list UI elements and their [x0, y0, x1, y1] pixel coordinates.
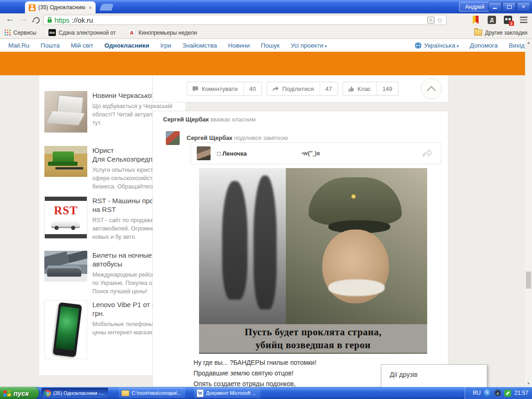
bookmark-services[interactable]: Сервисы	[5, 30, 36, 36]
portal-link-myworld[interactable]: Мій світ	[71, 42, 93, 49]
portal-link-projects[interactable]: Усі проекти▾	[291, 42, 327, 49]
liker-action: вважає класним	[211, 116, 256, 123]
scroll-to-top-button[interactable]	[421, 78, 442, 99]
bookmark-label: Сервисы	[13, 30, 36, 36]
scrollbar-down-icon[interactable]: ▼	[525, 381, 532, 386]
bookmark-star-icon[interactable]: ☆	[437, 17, 443, 24]
image-caption: Пусть будет проклята страна, убийц возве…	[199, 324, 427, 353]
note-author-name[interactable]: □ Леночка	[217, 150, 247, 157]
post-image[interactable]: Пусть будет проклята страна, убийц возве…	[199, 168, 427, 354]
taskbar-item-word[interactable]: W Документ Microsoft ...	[194, 388, 260, 398]
comment-icon	[192, 86, 199, 92]
task-label: (35) Однокласники -...	[53, 390, 105, 396]
taskbar-item-chrome[interactable]: (35) Однокласники -...	[42, 388, 108, 398]
reload-button-icon[interactable]	[32, 16, 41, 25]
tab-title: (35) Однокласники	[38, 4, 85, 11]
extension-d-icon[interactable]: Д	[488, 16, 496, 24]
start-button[interactable]: пуск	[0, 387, 39, 399]
language-label: Українська	[424, 42, 455, 49]
globe-icon	[415, 42, 422, 49]
word-icon: W	[197, 389, 204, 397]
bookmarks-bar: Сервисы dou Сдача электронной от А Киноп…	[0, 27, 532, 39]
minimize-button[interactable]	[488, 2, 502, 12]
popup-title: Дії друзів	[390, 371, 417, 378]
chevron-down-icon: ▾	[325, 44, 327, 48]
back-button-icon[interactable]: ←	[6, 14, 14, 24]
close-icon: ×	[522, 4, 526, 10]
portal-link-mailru[interactable]: Mail.Ru	[8, 42, 30, 49]
new-tab-button[interactable]	[100, 4, 114, 11]
rst-logo-text: RST	[45, 204, 87, 217]
dou-icon: dou	[48, 29, 56, 36]
hide-icons-chevron[interactable]: ‹	[484, 389, 491, 397]
other-bookmarks-button[interactable]: Другие закладки	[474, 30, 527, 36]
taskbar-item-folder[interactable]: C:\політика\сепари\...	[119, 388, 185, 398]
taskbar: пуск (35) Однокласники -... C:\політика\…	[0, 387, 532, 399]
other-bookmarks-label: Другие закладки	[485, 30, 527, 36]
help-link[interactable]: Допомога	[470, 42, 498, 49]
klass-button[interactable]: Клас 149	[343, 82, 399, 96]
clock[interactable]: 21:57	[514, 390, 528, 396]
translate-icon[interactable]: A	[427, 17, 435, 24]
author-name[interactable]: Сергей Щербак	[187, 134, 232, 141]
maximize-button[interactable]	[502, 2, 516, 12]
chevron-up-icon	[427, 86, 436, 95]
liker-name[interactable]: Сергей Щербак	[163, 116, 209, 123]
minimize-icon	[493, 8, 497, 9]
forward-button-icon[interactable]: →	[19, 14, 28, 24]
share-label: Поділитися	[282, 85, 314, 92]
note-author-avatar[interactable]	[197, 146, 211, 160]
share-button[interactable]: Поділитися 47	[266, 82, 338, 96]
task-label: Документ Microsoft ...	[206, 390, 256, 396]
bookmark-dou[interactable]: dou Сдача электронной от	[48, 29, 116, 36]
tab-close-icon[interactable]: ×	[88, 5, 92, 11]
reshare-arrow-icon[interactable]	[422, 149, 433, 158]
https-lock-icon	[47, 17, 52, 23]
address-bar[interactable]: https ://ok.ru A ☆	[43, 15, 447, 25]
portal-link-mail[interactable]: Пошта	[41, 42, 60, 49]
language-selector[interactable]: Українська▾	[415, 42, 459, 49]
browser-tab[interactable]: (35) Однокласники ×	[25, 1, 96, 13]
tray-pen-icon[interactable]	[504, 390, 511, 397]
chrome-profile-button[interactable]: Андрей	[459, 2, 490, 12]
extension-badge: 2	[509, 21, 514, 26]
author-avatar[interactable]	[166, 131, 180, 145]
reshared-note-card: □ Леночка -ᴡ(''¸)ɞ	[191, 142, 441, 164]
logout-link[interactable]: Вихід	[509, 42, 525, 49]
klass-label: Клас	[357, 85, 371, 92]
extension-eyes-icon[interactable]: 2	[504, 16, 512, 24]
portal-link-dating[interactable]: Знайомства	[182, 42, 217, 49]
tray-e-icon[interactable]: e	[495, 390, 501, 396]
page-scrollbar[interactable]: ▲ ▼	[525, 39, 532, 387]
apps-grid-icon	[5, 30, 11, 36]
chrome-menu-icon[interactable]	[520, 16, 528, 24]
ad-image	[44, 300, 87, 359]
title-bar: (35) Однокласники × Андрей ×	[0, 0, 532, 13]
scrollbar-thumb[interactable]	[526, 272, 531, 289]
url-scheme: https	[54, 16, 70, 24]
folder-icon	[121, 390, 129, 396]
bookmark-movies[interactable]: А Кинопремьеры недели	[128, 29, 197, 36]
portal-link-games[interactable]: Ігри	[160, 42, 171, 49]
ad-image	[44, 91, 87, 133]
letter-a-icon: А	[128, 29, 136, 36]
portal-link-odnoklassniki[interactable]: Однокласники	[104, 42, 149, 49]
ok-header: одноклассники 99+ Повідомлення 35 Обгово…	[0, 52, 532, 75]
extension-flag-icon[interactable]	[472, 16, 480, 24]
page-content: Новини Черкаської області Що відбуваєтьс…	[0, 75, 532, 387]
close-button[interactable]: ×	[517, 2, 530, 12]
previous-post-card: Коментувати 40 Поділитися 47 Клас 149	[152, 75, 448, 103]
comment-button[interactable]: Коментувати 40	[187, 82, 262, 96]
ok-favicon-icon	[29, 4, 36, 11]
start-label: пуск	[13, 389, 29, 397]
task-label: C:\політика\сепари\...	[132, 390, 181, 396]
folder-icon	[474, 30, 482, 36]
thumb-up-icon	[348, 86, 354, 92]
post-card: Сергей Щербак вважає класним Сергей Щерб…	[152, 111, 448, 387]
language-indicator[interactable]: RU	[473, 390, 481, 396]
share-count: 47	[320, 82, 338, 95]
portal-projects-label: Усі проекти	[291, 42, 324, 49]
scrollbar-up-icon[interactable]: ▲	[525, 41, 532, 45]
portal-link-search[interactable]: Пошук	[261, 42, 280, 49]
portal-link-news[interactable]: Новини	[228, 42, 250, 49]
